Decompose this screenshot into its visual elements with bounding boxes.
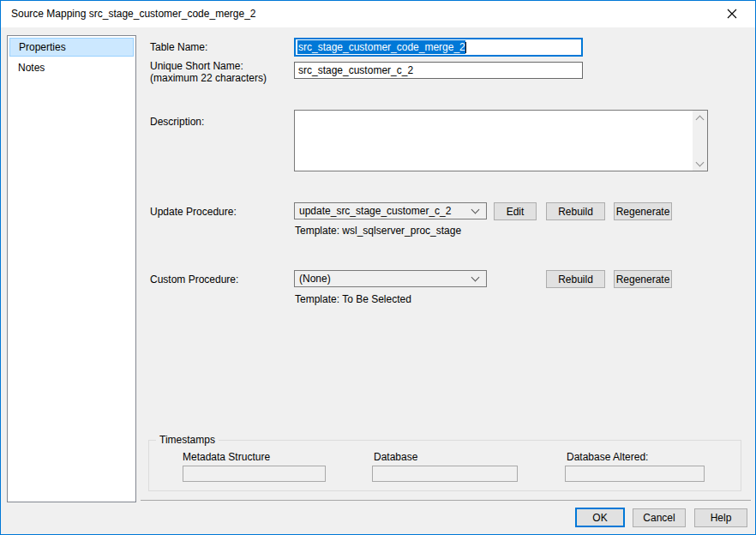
custom-procedure-template-text: Template: To Be Selected bbox=[295, 293, 411, 305]
database-field bbox=[372, 466, 518, 482]
text-caret bbox=[465, 42, 466, 53]
update-procedure-label: Update Procedure: bbox=[150, 206, 237, 218]
footer-divider bbox=[141, 500, 751, 501]
database-altered-field bbox=[565, 466, 705, 482]
chevron-down-icon bbox=[696, 158, 705, 166]
custom-procedure-label: Custom Procedure: bbox=[150, 274, 238, 286]
table-name-selected-text: src_stage_customer_code_merge_2 bbox=[297, 40, 465, 54]
metadata-structure-label: Metadata Structure bbox=[183, 451, 270, 463]
scroll-down-button[interactable] bbox=[693, 157, 707, 170]
scroll-up-button[interactable] bbox=[693, 111, 707, 124]
custom-rebuild-button[interactable]: Rebuild bbox=[546, 270, 605, 288]
description-label: Description: bbox=[150, 116, 204, 128]
help-button-label: Help bbox=[711, 512, 732, 524]
window-title: Source Mapping src_stage_customer_code_m… bbox=[11, 8, 256, 20]
pages-listbox: Properties Notes bbox=[7, 35, 136, 502]
help-button[interactable]: Help bbox=[694, 508, 747, 527]
description-textarea[interactable] bbox=[294, 110, 708, 171]
dialog-body: Properties Notes Table Name: src_stage_c… bbox=[1, 27, 755, 534]
rebuild-button-label: Rebuild bbox=[558, 274, 593, 286]
cancel-button[interactable]: Cancel bbox=[633, 508, 686, 527]
timestamps-group: Timestamps Metadata Structure Database D… bbox=[148, 440, 741, 491]
timestamps-group-label: Timestamps bbox=[156, 434, 219, 446]
chevron-down-icon bbox=[471, 274, 480, 282]
close-icon bbox=[727, 9, 737, 21]
unique-short-name-input[interactable]: src_stage_customer_c_2 bbox=[294, 62, 583, 79]
description-scrollbar[interactable] bbox=[693, 111, 707, 171]
rebuild-button-label: Rebuild bbox=[558, 206, 593, 218]
unique-short-name-label-block: Unique Short Name: (maximum 22 character… bbox=[150, 60, 267, 84]
sidebar-item-notes[interactable]: Notes bbox=[9, 58, 134, 77]
edit-button-label: Edit bbox=[507, 206, 525, 218]
database-label: Database bbox=[374, 451, 417, 463]
sidebar-item-label: Notes bbox=[18, 62, 45, 74]
custom-procedure-select[interactable]: (None) bbox=[294, 270, 487, 287]
rebuild-button[interactable]: Rebuild bbox=[546, 202, 605, 220]
table-name-label: Table Name: bbox=[150, 41, 207, 53]
table-name-input[interactable]: src_stage_customer_code_merge_2 bbox=[294, 38, 583, 57]
regenerate-button-label: Regenerate bbox=[616, 206, 670, 218]
metadata-structure-field bbox=[183, 466, 326, 482]
titlebar: Source Mapping src_stage_customer_code_m… bbox=[1, 1, 755, 27]
update-procedure-value: update_src_stage_customer_c_2 bbox=[299, 205, 451, 217]
custom-procedure-value: (None) bbox=[299, 273, 331, 285]
custom-regenerate-button[interactable]: Regenerate bbox=[614, 270, 672, 288]
ok-button[interactable]: OK bbox=[575, 508, 625, 527]
sidebar-item-properties[interactable]: Properties bbox=[9, 38, 134, 57]
unique-short-name-label: Unique Short Name: bbox=[150, 60, 243, 72]
regenerate-button-label: Regenerate bbox=[616, 274, 670, 286]
sidebar-item-label: Properties bbox=[19, 41, 66, 53]
edit-button[interactable]: Edit bbox=[494, 202, 537, 220]
regenerate-button[interactable]: Regenerate bbox=[614, 202, 672, 220]
cancel-button-label: Cancel bbox=[643, 512, 675, 524]
close-button[interactable] bbox=[719, 5, 745, 24]
chevron-up-icon bbox=[696, 115, 705, 123]
unique-short-name-hint: (maximum 22 characters) bbox=[150, 72, 267, 84]
database-altered-label: Database Altered: bbox=[567, 451, 648, 463]
ok-button-label: OK bbox=[592, 512, 607, 524]
update-procedure-select[interactable]: update_src_stage_customer_c_2 bbox=[294, 202, 487, 219]
chevron-down-icon bbox=[471, 206, 480, 214]
dialog-window: Source Mapping src_stage_customer_code_m… bbox=[0, 0, 756, 535]
update-procedure-template-text: Template: wsl_sqlserver_proc_stage bbox=[295, 225, 461, 237]
